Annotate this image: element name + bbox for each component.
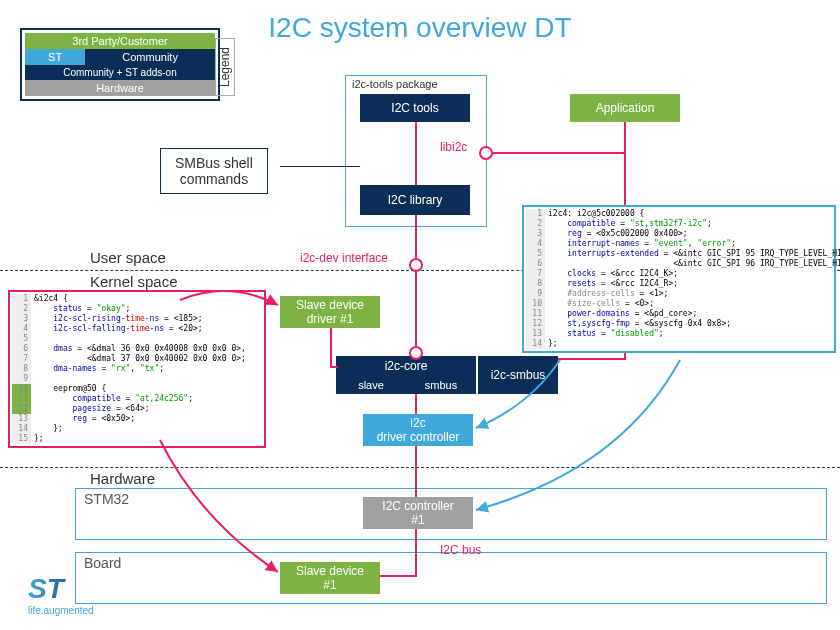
legend-hardware: Hardware: [25, 80, 215, 96]
conn-slavedrv-core-v: [330, 328, 332, 368]
label-kernelspace: Kernel space: [90, 273, 178, 290]
i2c-core-smbus: smbus: [406, 376, 476, 394]
libi2c-label: libi2c: [440, 140, 467, 154]
conn-app-smbus-h: [558, 358, 626, 360]
st-logo: ST life.augmented: [28, 573, 94, 616]
slave-device-block: Slave device #1: [280, 562, 380, 594]
legend-box: 3rd Party/Customer STCommunity Community…: [20, 28, 220, 101]
stm32-label: STM32: [84, 491, 129, 507]
i2c-tools-package-label: i2c-tools package: [352, 78, 438, 90]
i2c-core-block: i2c-core: [336, 356, 476, 376]
code-right: 1i2c4: i2c@5c002000 {2 compatible = "st,…: [522, 205, 836, 353]
i2c-core-slave: slave: [336, 376, 407, 394]
label-hardware: Hardware: [90, 470, 155, 487]
legend-heading: Legend: [215, 38, 235, 96]
board-label: Board: [84, 555, 121, 571]
i2c-driver-controller-block: i2c driver controller: [363, 414, 473, 446]
conn-tools-lib: [415, 122, 417, 185]
i2c-tools-block: I2C tools: [360, 94, 470, 122]
logo-brand: ST: [28, 573, 94, 605]
legend-st: ST: [25, 49, 85, 65]
application-block: Application: [570, 94, 680, 122]
conn-hwctrl-bus-v: [415, 529, 417, 575]
smbus-callout: SMBus shell commands: [160, 148, 268, 194]
conn-smbus-tools: [280, 166, 360, 167]
node-core: [409, 346, 423, 360]
label-userspace: User space: [90, 249, 166, 266]
logo-tagline: life.augmented: [28, 605, 94, 616]
i2cdev-label: i2c-dev interface: [300, 251, 388, 265]
i2c-smbus-block: i2c-smbus: [478, 356, 558, 394]
legend-community-st: Community + ST adds-on: [25, 65, 215, 80]
legend-3rdparty: 3rd Party/Customer: [25, 33, 215, 49]
node-i2cdev: [409, 258, 423, 272]
legend-community: Community: [85, 49, 215, 65]
slave-driver-block: Slave device driver #1: [280, 296, 380, 328]
conn-slavedrv-core-h: [330, 366, 338, 368]
conn-app-libi2c-h: [485, 152, 626, 154]
i2c-controller-block: I2C controller #1: [363, 497, 473, 529]
conn-core-drvctrl: [415, 394, 417, 414]
code-left: 1&i2c4 {2 status = "okay";3 i2c-scl-risi…: [8, 290, 266, 448]
conn-lib-core: [415, 215, 417, 356]
divider-kernel-hw: [0, 467, 840, 468]
i2cbus-label: I2C bus: [440, 543, 481, 557]
i2c-library-block: I2C library: [360, 185, 470, 215]
board-box: Board: [75, 552, 827, 604]
conn-drvctrl-hwctrl: [415, 446, 417, 497]
conn-bus-slavedev-h: [380, 575, 417, 577]
node-libi2c: [479, 146, 493, 160]
